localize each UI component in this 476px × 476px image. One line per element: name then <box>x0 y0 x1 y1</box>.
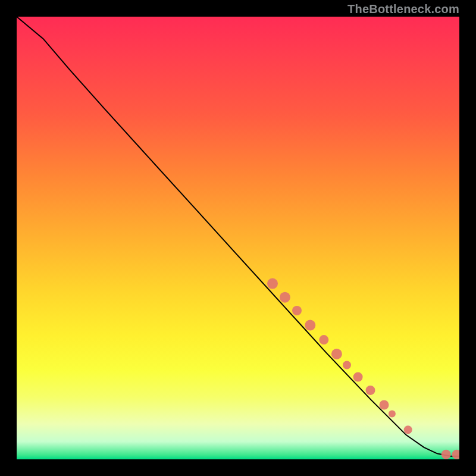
chart-plot-area <box>17 17 459 459</box>
scatter-point <box>280 292 290 303</box>
chart-svg <box>17 17 459 459</box>
scatter-point <box>267 278 278 289</box>
chart-stage: TheBottleneck.com <box>0 0 476 476</box>
scatter-point <box>305 320 315 331</box>
scatter-point <box>319 335 328 345</box>
scatter-point <box>380 400 389 410</box>
scatter-point <box>292 306 302 315</box>
scatter-point <box>452 450 460 459</box>
curve-line <box>17 17 459 456</box>
scatter-point <box>331 349 342 359</box>
scatter-point <box>366 386 375 395</box>
watermark-text: TheBottleneck.com <box>347 2 459 16</box>
scatter-point <box>353 372 363 382</box>
scatter-point <box>441 450 451 459</box>
scatter-point <box>343 361 351 369</box>
scatter-point <box>389 410 396 417</box>
scatter-point <box>404 425 412 434</box>
